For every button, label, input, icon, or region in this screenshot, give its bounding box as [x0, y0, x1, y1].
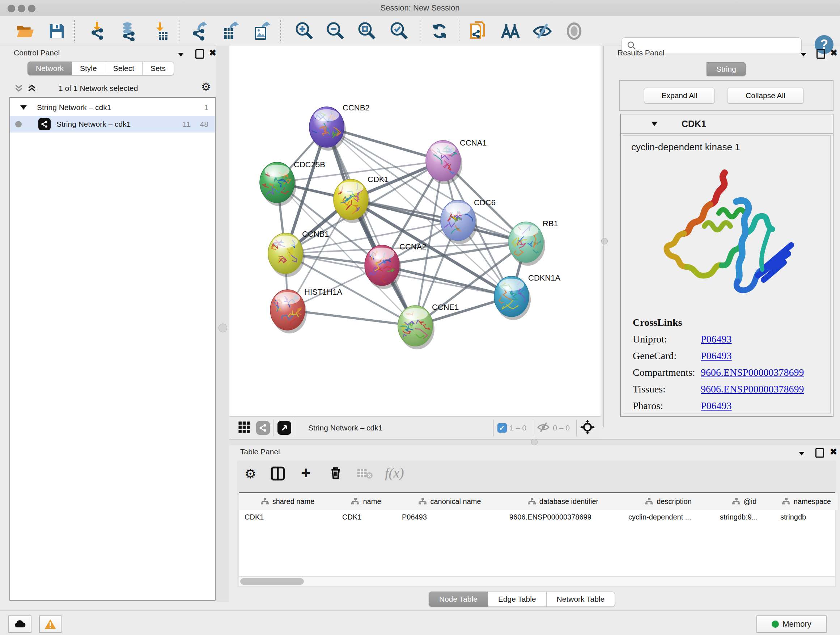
table-options-gear-icon[interactable]: ⚙ — [245, 466, 256, 481]
import-network-database-button[interactable] — [118, 21, 138, 41]
hide-graphics-details-button[interactable] — [532, 21, 552, 41]
expand-all-button[interactable]: Expand All — [644, 88, 715, 103]
tab-edge-table[interactable]: Edge Table — [488, 592, 546, 607]
node-CDC6[interactable]: CDC6 — [439, 198, 496, 244]
import-table-button[interactable] — [152, 21, 172, 41]
column-header-database-identifier[interactable]: database identifier — [504, 493, 623, 510]
add-column-icon[interactable]: + — [301, 466, 311, 480]
column-header--id[interactable]: @id — [714, 493, 775, 510]
main-toolbar: ? — [0, 16, 840, 46]
scrollbar-thumb[interactable] — [240, 578, 304, 585]
panel-close-icon[interactable]: ✖ — [830, 447, 837, 457]
crosslink-link[interactable]: P06493 — [701, 400, 732, 412]
node-CCNB2[interactable]: CCNB2 — [306, 103, 370, 150]
column-header-name[interactable]: name — [336, 493, 396, 510]
memory-button[interactable]: Memory — [756, 616, 827, 633]
network-options-gear-icon[interactable]: ⚙ — [201, 80, 211, 93]
node-CCNA2[interactable]: CCNA2 — [365, 242, 426, 289]
zoom-out-button[interactable] — [325, 21, 345, 41]
node-HIST1H1A[interactable]: HIST1H1A — [270, 287, 342, 333]
network-share-icon[interactable] — [256, 421, 270, 435]
apply-layout-button[interactable] — [430, 21, 449, 41]
collapse-all-networks-icon[interactable] — [14, 83, 24, 95]
panel-float-icon[interactable] — [195, 49, 204, 60]
pan-crosshair-icon[interactable] — [580, 420, 595, 436]
node-CCNE1[interactable]: CCNE1 — [398, 302, 459, 349]
table-cell[interactable]: stringdb — [775, 510, 838, 524]
zoom-selected-button[interactable] — [389, 21, 409, 41]
table-cell[interactable]: CDK1 — [336, 510, 396, 524]
export-table-button[interactable] — [221, 21, 240, 41]
column-header-label: shared name — [272, 497, 315, 506]
clone-network-button[interactable] — [469, 21, 488, 41]
tab-network-table[interactable]: Network Table — [546, 592, 615, 607]
panel-float-icon[interactable] — [816, 49, 825, 60]
open-in-window-icon[interactable] — [278, 421, 291, 435]
panel-collapse-icon[interactable] — [799, 450, 805, 457]
network-selection-status: 1 of 1 Network selected — [58, 84, 138, 93]
crosslink-link[interactable]: P06493 — [701, 350, 732, 362]
export-network-button[interactable] — [189, 21, 209, 41]
column-header-canonical-name[interactable]: canonical name — [396, 493, 504, 510]
tab-sets[interactable]: Sets — [142, 62, 174, 75]
open-session-button[interactable] — [16, 21, 35, 41]
memory-status-dot — [772, 621, 779, 628]
panel-float-icon[interactable] — [815, 448, 824, 459]
panel-collapse-icon[interactable] — [801, 51, 806, 58]
table-tabs: Node Table Edge Table Network Table — [429, 592, 615, 607]
network-row[interactable]: String Network – cdk1 11 48 — [10, 116, 215, 133]
network-collection-row[interactable]: String Network – cdk1 1 — [10, 99, 215, 116]
table-cell[interactable]: cyclin-dependent ... — [622, 510, 714, 524]
hidden-eye-icon[interactable] — [537, 422, 550, 434]
node-CCNA1[interactable]: CCNA1 — [426, 138, 487, 184]
section-expand-icon[interactable] — [651, 122, 658, 126]
crosslink-label: Uniprot: — [633, 333, 701, 345]
gene-section-header[interactable]: CDK1 — [621, 114, 833, 134]
node-RB1[interactable]: RB1 — [508, 219, 558, 266]
zoom-out-icon — [325, 22, 344, 41]
delete-table-icon[interactable] — [357, 469, 373, 481]
table-cell[interactable]: CDK1 — [239, 510, 336, 524]
expand-all-networks-icon[interactable] — [27, 83, 37, 95]
collapse-all-button[interactable]: Collapse All — [727, 88, 804, 103]
tab-network[interactable]: Network — [27, 62, 72, 75]
panel-close-icon[interactable]: ✖ — [209, 48, 216, 58]
zoom-in-button[interactable] — [294, 21, 314, 41]
folder-icon — [16, 23, 34, 40]
save-session-button[interactable] — [47, 21, 66, 41]
tab-node-table[interactable]: Node Table — [429, 592, 488, 607]
crosslink-link[interactable]: P06493 — [701, 333, 732, 345]
show-graphics-details-button[interactable] — [564, 21, 584, 41]
column-header-description[interactable]: description — [622, 493, 714, 510]
export-image-button[interactable] — [252, 21, 272, 41]
collection-expand-icon[interactable] — [20, 105, 27, 110]
table-cell[interactable]: P06493 — [396, 510, 504, 524]
table-cell[interactable]: 9606.ENSP00000378699 — [504, 510, 622, 524]
tab-style[interactable]: Style — [72, 62, 105, 75]
horizontal-scrollbar[interactable] — [239, 576, 835, 586]
control-panel: Control Panel ✖ Network Style Select Set… — [4, 46, 216, 602]
panel-collapse-icon[interactable] — [178, 51, 184, 58]
cloud-button[interactable] — [8, 616, 32, 633]
function-builder-icon[interactable]: f(x) — [385, 465, 404, 481]
import-network-file-button[interactable] — [88, 21, 108, 41]
warnings-button[interactable] — [39, 616, 62, 633]
selected-checkbox[interactable]: ✓ — [497, 423, 507, 432]
column-header-shared-name[interactable]: shared name — [239, 493, 337, 510]
birds-eye-view-button[interactable] — [501, 21, 520, 41]
panel-close-icon[interactable]: ✖ — [830, 48, 837, 58]
crosslink-link[interactable]: 9606.ENSP00000378699 — [701, 367, 804, 378]
column-header-namespace[interactable]: namespace — [775, 493, 839, 510]
tab-string[interactable]: String — [706, 62, 746, 76]
zoom-fit-button[interactable] — [357, 21, 376, 41]
table-cell[interactable]: stringdb:9... — [714, 510, 775, 524]
results-panel-tabs: String — [706, 62, 746, 76]
tab-select[interactable]: Select — [105, 62, 142, 75]
node-CDKN1A[interactable]: CDKN1A — [494, 273, 561, 320]
crosslink-link[interactable]: 9606.ENSP00000378699 — [701, 383, 804, 395]
show-columns-icon[interactable] — [271, 466, 285, 482]
grid-view-icon[interactable] — [238, 421, 250, 435]
network-canvas[interactable]: CCNB2CCNA1CDC25BCDK1CDC6RB1CCNB1CCNA2CDK… — [229, 46, 600, 416]
left-splitter-handle[interactable] — [218, 324, 227, 333]
delete-column-icon[interactable] — [328, 466, 343, 481]
